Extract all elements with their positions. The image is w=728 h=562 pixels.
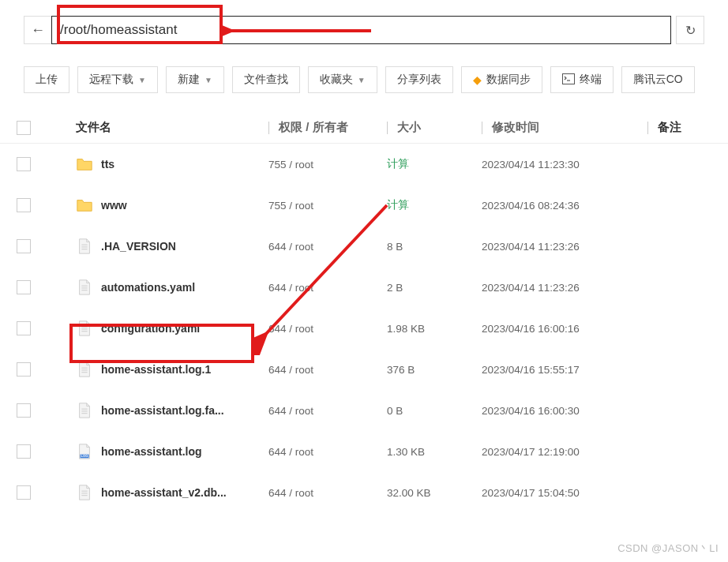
- table-row[interactable]: configuration.yaml644 / root1.98 KB2023/…: [0, 308, 728, 349]
- file-permission: 644 / root: [268, 323, 387, 335]
- row-checkbox[interactable]: [17, 362, 31, 377]
- table-row[interactable]: tts755 / root计算2023/04/14 11:23:30: [0, 144, 728, 185]
- row-checkbox[interactable]: [17, 198, 31, 212]
- file-permission: 644 / root: [268, 241, 387, 253]
- table-row[interactable]: automations.yaml644 / root2 B2023/04/14 …: [0, 267, 728, 308]
- file-search-label: 文件查找: [244, 73, 288, 87]
- file-size: 2 B: [387, 282, 482, 294]
- file-permission: 755 / root: [268, 200, 387, 212]
- table-row[interactable]: www755 / root计算2023/04/16 08:24:36: [0, 185, 728, 226]
- table-row[interactable]: LOG home-assistant.log644 / root1.30 KB2…: [0, 431, 728, 472]
- file-permission: 644 / root: [268, 487, 387, 499]
- upload-button[interactable]: 上传: [24, 66, 69, 93]
- file-name: configuration.yaml: [101, 322, 200, 335]
- chevron-down-icon: ▼: [358, 76, 366, 84]
- file-name: home-assistant.log.fa...: [101, 404, 224, 417]
- file-table: 文件名 权限 / 所有者 大小 修改时间 备注 tts755 / root计算2…: [0, 112, 728, 513]
- favorites-label: 收藏夹: [320, 73, 353, 87]
- file-size: 1.30 KB: [387, 446, 482, 458]
- data-sync-button[interactable]: ◆数据同步: [461, 66, 542, 93]
- file-mtime: 2023/04/16 15:55:17: [482, 364, 647, 376]
- favorites-button[interactable]: 收藏夹 ▼: [308, 66, 377, 93]
- file-mtime: 2023/04/14 11:23:26: [482, 241, 647, 253]
- toolbar: 上传 远程下载 ▼ 新建 ▼ 文件查找 收藏夹 ▼ 分享列表 ◆数据同步 终端 …: [0, 52, 728, 101]
- file-mtime: 2023/04/17 15:04:50: [482, 487, 647, 499]
- file-icon: [76, 361, 93, 378]
- file-permission: 644 / root: [268, 364, 387, 376]
- file-size: 1.98 KB: [387, 323, 482, 335]
- log-file-icon: LOG: [76, 443, 93, 460]
- table-row[interactable]: .HA_VERSION644 / root8 B2023/04/14 11:23…: [0, 226, 728, 267]
- file-name: tts: [101, 158, 114, 170]
- file-name: .HA_VERSION: [101, 240, 176, 253]
- file-mtime: 2023/04/16 16:00:30: [482, 405, 647, 417]
- terminal-label: 终端: [580, 73, 602, 87]
- table-row[interactable]: home-assistant.log.fa...644 / root0 B202…: [0, 390, 728, 431]
- row-checkbox[interactable]: [17, 485, 31, 500]
- file-size: 32.00 KB: [387, 487, 482, 499]
- row-checkbox[interactable]: [17, 280, 31, 294]
- file-mtime: 2023/04/16 08:24:36: [482, 200, 647, 212]
- file-permission: 755 / root: [268, 159, 387, 170]
- file-size: 376 B: [387, 364, 482, 376]
- header-mtime[interactable]: 修改时间: [482, 120, 647, 135]
- file-icon: [76, 279, 93, 296]
- watermark: CSDN @JASON丶LI: [617, 541, 719, 556]
- file-icon: [76, 484, 93, 501]
- file-size: 0 B: [387, 405, 482, 417]
- svg-text:LOG: LOG: [81, 454, 88, 458]
- refresh-icon: ↻: [685, 23, 696, 38]
- folder-icon: [76, 155, 93, 173]
- row-checkbox[interactable]: [17, 239, 31, 253]
- table-row[interactable]: home-assistant.log.1644 / root376 B2023/…: [0, 349, 728, 390]
- file-permission: 644 / root: [268, 282, 387, 294]
- header-size[interactable]: 大小: [387, 120, 482, 135]
- file-name: home-assistant.log.1: [101, 363, 211, 376]
- refresh-button[interactable]: ↻: [676, 16, 704, 44]
- file-mtime: 2023/04/16 16:00:16: [482, 323, 647, 335]
- header-name[interactable]: 文件名: [47, 120, 268, 135]
- remote-download-button[interactable]: 远程下载 ▼: [77, 66, 158, 93]
- select-all-checkbox[interactable]: [17, 121, 31, 135]
- arrow-left-icon: ←: [31, 22, 45, 39]
- file-name: home-assistant_v2.db...: [101, 486, 227, 499]
- row-checkbox[interactable]: [17, 157, 31, 171]
- file-icon: [76, 402, 93, 419]
- file-icon: [76, 320, 93, 337]
- path-input-container: [51, 16, 671, 44]
- header-permission[interactable]: 权限 / 所有者: [268, 120, 387, 135]
- file-mtime: 2023/04/17 12:19:00: [482, 446, 647, 458]
- file-mtime: 2023/04/14 11:23:26: [482, 282, 647, 294]
- tencent-cloud-label: 腾讯云CO: [633, 73, 683, 87]
- remote-download-label: 远程下载: [89, 73, 133, 87]
- diamond-icon: ◆: [473, 73, 482, 86]
- terminal-button[interactable]: 终端: [550, 66, 614, 93]
- file-name: home-assistant.log: [101, 445, 202, 458]
- file-name: www: [101, 199, 127, 212]
- new-button[interactable]: 新建 ▼: [166, 66, 224, 93]
- row-checkbox[interactable]: [17, 321, 31, 335]
- header-note[interactable]: 备注: [647, 120, 728, 135]
- file-icon: [76, 238, 93, 255]
- file-name: automations.yaml: [101, 281, 195, 294]
- back-button[interactable]: ←: [24, 16, 52, 44]
- svg-rect-0: [562, 73, 574, 84]
- file-permission: 644 / root: [268, 405, 387, 417]
- terminal-icon: [562, 73, 575, 87]
- share-list-button[interactable]: 分享列表: [385, 66, 453, 93]
- chevron-down-icon: ▼: [138, 76, 146, 84]
- row-checkbox[interactable]: [17, 403, 31, 418]
- new-label: 新建: [178, 73, 200, 87]
- file-size[interactable]: 计算: [387, 157, 482, 171]
- file-search-button[interactable]: 文件查找: [232, 66, 300, 93]
- path-input[interactable]: [52, 22, 670, 38]
- table-header: 文件名 权限 / 所有者 大小 修改时间 备注: [0, 112, 728, 144]
- file-mtime: 2023/04/14 11:23:30: [482, 159, 647, 170]
- file-size[interactable]: 计算: [387, 198, 482, 212]
- data-sync-label: 数据同步: [486, 73, 531, 87]
- tencent-cloud-button[interactable]: 腾讯云CO: [621, 66, 695, 93]
- chevron-down-icon: ▼: [205, 76, 212, 84]
- table-row[interactable]: home-assistant_v2.db...644 / root32.00 K…: [0, 472, 728, 513]
- file-size: 8 B: [387, 241, 482, 253]
- row-checkbox[interactable]: [17, 444, 31, 459]
